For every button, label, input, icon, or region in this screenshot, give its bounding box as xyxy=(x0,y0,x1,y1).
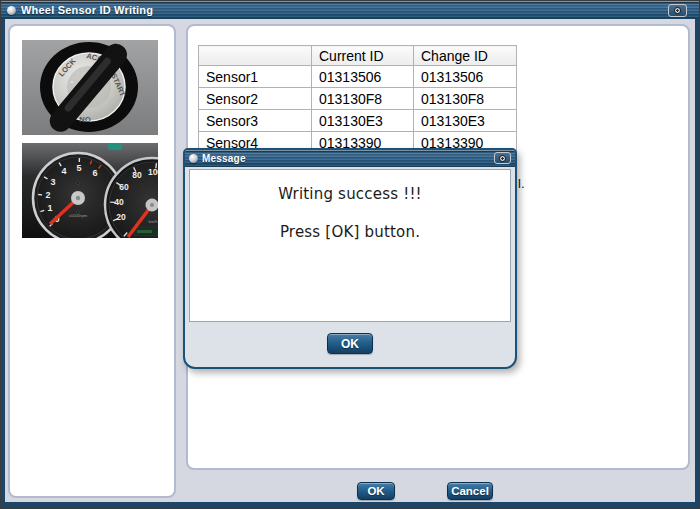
tach-number: 1 xyxy=(47,203,52,213)
cancel-button[interactable]: Cancel xyxy=(447,482,493,500)
change-id-value: 01313506 xyxy=(414,66,517,88)
column-header-change-id: Change ID xyxy=(414,46,517,66)
tach-unit-label: x1000rpm xyxy=(69,213,88,218)
turn-indicator-lamp xyxy=(108,143,122,150)
app-sphere-icon xyxy=(7,6,16,15)
partially-hidden-text: l. xyxy=(518,176,525,191)
message-dialog: Message Writing success !!! Press [OK] b… xyxy=(183,148,517,369)
window-frame: LOCK ACC START ON xyxy=(1,19,699,508)
dialog-message-area: Writing success !!! Press [OK] button. xyxy=(189,169,511,322)
speed-number: 100 xyxy=(148,167,158,177)
speed-number: 20 xyxy=(116,212,126,222)
table-row: Sensor3 013130E3 013130E3 xyxy=(199,110,517,132)
column-header-current-id: Current ID xyxy=(312,46,414,66)
dialog-ok-button[interactable]: OK xyxy=(327,333,373,354)
dialog-message-line1: Writing success !!! xyxy=(190,185,510,203)
speed-unit-label: km/h xyxy=(148,219,158,224)
speed-number: 40 xyxy=(114,197,124,207)
camera-icon xyxy=(674,7,681,14)
table-row: Sensor1 01313506 01313506 xyxy=(199,66,517,88)
tach-number: 4 xyxy=(61,166,66,176)
image-panel: LOCK ACC START ON xyxy=(8,24,176,498)
app-window: Wheel Sensor ID Writing xyxy=(0,0,700,509)
tach-number: 2 xyxy=(45,190,50,200)
ok-button[interactable]: OK xyxy=(357,482,395,500)
window-titlebar: Wheel Sensor ID Writing xyxy=(1,1,699,19)
dialog-titlebar: Message xyxy=(185,150,515,167)
camera-icon xyxy=(499,155,506,162)
ignition-switch-photo: LOCK ACC START ON xyxy=(22,40,158,135)
change-id-value: 013130F8 xyxy=(414,88,517,110)
speed-number: 60 xyxy=(119,182,129,192)
dialog-message-line2: Press [OK] button. xyxy=(190,223,510,241)
sensor-name: Sensor3 xyxy=(199,110,312,132)
table-header-row: Current ID Change ID xyxy=(199,46,517,66)
change-id-value: 013130E3 xyxy=(414,110,517,132)
sensor-name: Sensor1 xyxy=(199,66,312,88)
tach-number: 5 xyxy=(76,163,81,173)
dialog-title: Message xyxy=(202,153,246,164)
ignition-label-on: ON xyxy=(79,115,90,124)
speed-number: 80 xyxy=(132,170,142,180)
table-row: Sensor2 013130F8 013130F8 xyxy=(199,88,517,110)
dialog-sphere-icon xyxy=(189,154,198,163)
tach-number: 6 xyxy=(92,168,97,178)
current-id-value: 013130F8 xyxy=(312,88,414,110)
tach-number: 3 xyxy=(50,177,55,187)
gauge-cluster-photo: 0 1 2 3 4 5 6 x1000rpm xyxy=(22,143,158,238)
screenshot-button[interactable] xyxy=(668,4,687,17)
window-title: Wheel Sensor ID Writing xyxy=(21,4,153,16)
dialog-screenshot-button[interactable] xyxy=(494,152,511,164)
column-header-blank xyxy=(199,46,312,66)
current-id-value: 013130E3 xyxy=(312,110,414,132)
current-id-value: 01313506 xyxy=(312,66,414,88)
sensor-name: Sensor2 xyxy=(199,88,312,110)
sensor-id-table: Current ID Change ID Sensor1 01313506 01… xyxy=(198,45,517,154)
